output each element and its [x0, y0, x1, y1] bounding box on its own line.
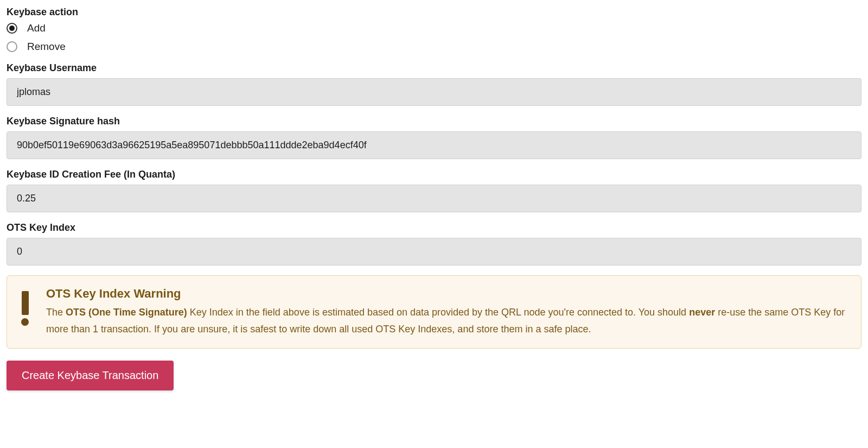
- warning-text: The OTS (One Time Signature) Key Index i…: [46, 304, 847, 337]
- keybase-username-input[interactable]: [7, 78, 861, 106]
- radio-add-input[interactable]: [7, 23, 17, 34]
- keybase-fee-input[interactable]: [7, 185, 861, 212]
- radio-add-label: Add: [27, 22, 46, 34]
- radio-remove-input[interactable]: [7, 41, 17, 52]
- warning-title: OTS Key Index Warning: [46, 287, 847, 301]
- keybase-username-label: Keybase Username: [7, 62, 861, 74]
- keybase-signature-input[interactable]: [7, 131, 861, 159]
- keybase-fee-label: Keybase ID Creation Fee (In Quanta): [7, 169, 861, 180]
- create-keybase-transaction-button[interactable]: Create Keybase Transaction: [7, 361, 174, 390]
- ots-warning-box: OTS Key Index Warning The OTS (One Time …: [7, 275, 861, 349]
- warning-text-part: The: [46, 307, 66, 318]
- radio-remove-label: Remove: [27, 41, 66, 53]
- keybase-action-label: Keybase action: [7, 7, 861, 18]
- warning-text-strong: never: [689, 307, 715, 318]
- ots-key-index-label: OTS Key Index: [7, 222, 861, 234]
- warning-text-part: Key Index in the field above is estimate…: [187, 307, 689, 318]
- radio-remove-item[interactable]: Remove: [7, 41, 861, 53]
- keybase-signature-label: Keybase Signature hash: [7, 116, 861, 127]
- radio-add-item[interactable]: Add: [7, 22, 861, 34]
- exclamation-icon: [21, 291, 29, 326]
- ots-key-index-input[interactable]: [7, 238, 861, 266]
- warning-text-strong: OTS (One Time Signature): [66, 307, 187, 318]
